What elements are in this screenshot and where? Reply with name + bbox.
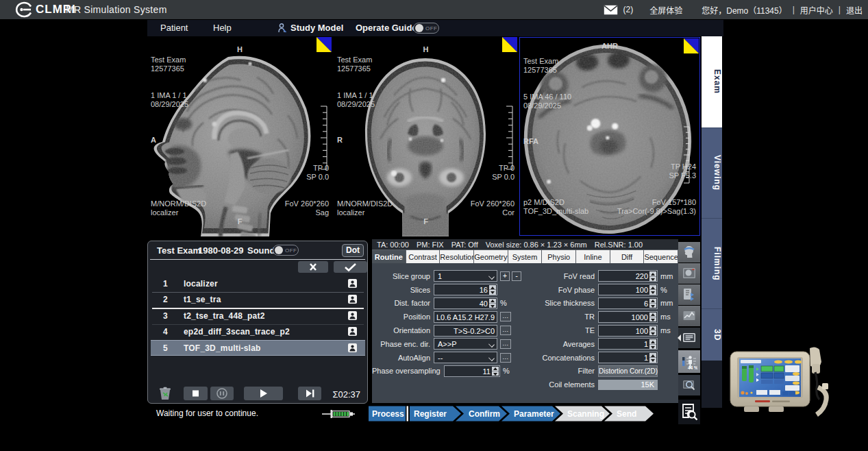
phase-enc-dir-select[interactable]: A>>P bbox=[434, 338, 497, 350]
orientation-more-button[interactable]: ... bbox=[500, 326, 511, 335]
menu-study-model[interactable]: Study Model bbox=[290, 23, 343, 33]
export-patient-button[interactable] bbox=[678, 284, 700, 305]
status-pm: PM: FIX bbox=[417, 241, 444, 249]
toggle-knob bbox=[415, 24, 423, 32]
fov-read-input[interactable]: 220 bbox=[598, 270, 658, 282]
sequence-row[interactable]: 1 localizer bbox=[151, 276, 365, 292]
add-slice-group-button[interactable]: + bbox=[500, 271, 510, 281]
spinner[interactable] bbox=[649, 326, 656, 336]
tab-diff[interactable]: Diff bbox=[610, 249, 645, 263]
tab-routine[interactable]: Routine bbox=[372, 249, 406, 263]
mail-icon[interactable] bbox=[604, 5, 618, 15]
fov-phase-input[interactable]: 100 bbox=[598, 284, 658, 295]
menu-patient[interactable]: Patient bbox=[160, 23, 188, 33]
sequence-row-selected[interactable]: 5 TOF_3D_multi-slab bbox=[151, 340, 365, 356]
pause-icon bbox=[210, 387, 234, 400]
slice-thickness-input[interactable]: 6 bbox=[598, 297, 658, 309]
te-input[interactable]: 100 bbox=[598, 325, 658, 337]
delete-icon[interactable] bbox=[158, 386, 173, 401]
menu-help[interactable]: Help bbox=[213, 23, 232, 33]
viewport-axial[interactable]: Test Exam12577365 5 IMA 46 / 11008/29/20… bbox=[519, 37, 700, 236]
viewport-info-topleft: Test Exam12577365 5 IMA 46 / 11008/29/20… bbox=[523, 39, 571, 128]
tab-exam[interactable]: Exam bbox=[702, 36, 722, 127]
viewport-coronal[interactable]: Test Exam12577365 1 IMA 1 / 108/29/2025 … bbox=[334, 36, 518, 236]
averages-input[interactable]: 1 bbox=[598, 338, 658, 350]
viewport-info-bottomright: TP 0SP 0.0 FoV 260*260Sag bbox=[285, 146, 329, 235]
sequence-row[interactable]: 2 t1_se_tra bbox=[151, 292, 365, 308]
sequence-row[interactable]: 4 ep2d_diff_3scan_trace_p2 bbox=[151, 324, 365, 340]
pause-button[interactable] bbox=[210, 387, 234, 400]
viewport-sagittal[interactable]: Test Exam12577365 1 IMA 1 / 108/29/2025 … bbox=[147, 36, 332, 236]
spinner[interactable] bbox=[649, 313, 656, 322]
tab-geometry[interactable]: Geometry bbox=[474, 249, 508, 263]
top-bar: CLMRI MR Simulation System (2) 全屏体验 您好，D… bbox=[0, 0, 868, 19]
chart-icon bbox=[682, 308, 697, 324]
play-button[interactable] bbox=[244, 387, 283, 400]
tab-label: Viewing bbox=[712, 155, 722, 191]
confirm-button[interactable] bbox=[334, 261, 367, 273]
position-input[interactable]: L0.6 A15.2 H27.9 bbox=[434, 311, 497, 323]
filter-button[interactable]: Distortion Corr.(2D) bbox=[598, 365, 658, 377]
spinner[interactable] bbox=[492, 367, 499, 376]
user-center-link[interactable]: 用户中心 bbox=[800, 4, 833, 16]
image-view-button[interactable] bbox=[678, 263, 700, 284]
sar-monitor-button[interactable]: 44 % bbox=[678, 350, 700, 373]
tab-resolution[interactable]: Resolution bbox=[440, 249, 474, 263]
operate-guide-toggle[interactable]: OFF bbox=[413, 23, 439, 34]
stop-icon bbox=[193, 391, 199, 397]
head-position-button[interactable] bbox=[678, 242, 700, 263]
remove-slice-group-button[interactable]: - bbox=[512, 271, 521, 281]
coil-elements-field[interactable]: 15K bbox=[598, 380, 658, 390]
stop-button[interactable] bbox=[184, 387, 208, 400]
spinner[interactable] bbox=[649, 353, 656, 363]
sound-toggle[interactable]: OFF bbox=[273, 245, 299, 256]
cancel-button[interactable] bbox=[298, 261, 328, 273]
spinner[interactable] bbox=[649, 339, 656, 349]
tab-inline[interactable]: Inline bbox=[576, 249, 610, 263]
fullscreen-link[interactable]: 全屏体验 bbox=[649, 4, 682, 16]
tr-input[interactable]: 1000 bbox=[598, 311, 658, 323]
report-search-button[interactable] bbox=[678, 400, 700, 424]
spinner[interactable] bbox=[489, 285, 496, 295]
operate-guide-label: Operate Guide : bbox=[356, 23, 423, 33]
image-icon bbox=[682, 266, 697, 281]
skip-icon bbox=[298, 387, 321, 400]
field-label: Phase enc. dir. bbox=[380, 340, 430, 348]
field-unit: % bbox=[503, 367, 510, 375]
spinner[interactable] bbox=[649, 285, 656, 295]
tab-physio[interactable]: Physio bbox=[542, 249, 576, 263]
orientation-input[interactable]: T>S-0.2>C0 bbox=[434, 325, 497, 337]
tab-3d[interactable]: 3D bbox=[702, 308, 722, 361]
spinner[interactable] bbox=[649, 299, 656, 308]
tab-system[interactable]: System bbox=[508, 249, 543, 263]
autoalign-more-button[interactable]: ... bbox=[500, 353, 511, 363]
slice-group-select[interactable]: 1 bbox=[434, 270, 497, 282]
phase-enc-more-button[interactable]: ... bbox=[500, 339, 511, 349]
skip-button[interactable] bbox=[298, 387, 321, 400]
mail-count[interactable]: (2) bbox=[623, 5, 634, 14]
concatenations-input[interactable]: 1 bbox=[598, 352, 658, 363]
autoalign-select[interactable]: -- bbox=[434, 352, 497, 363]
spinner[interactable] bbox=[649, 271, 656, 281]
chevron-down-icon bbox=[488, 273, 495, 280]
tab-viewing[interactable]: Viewing bbox=[702, 127, 722, 218]
position-more-button[interactable]: ... bbox=[500, 312, 511, 321]
signal-chart-button[interactable] bbox=[678, 306, 700, 326]
spinner[interactable] bbox=[489, 299, 496, 308]
sequence-row[interactable]: 3 t2_tse_tra_448_pat2 bbox=[151, 308, 365, 324]
logout-link[interactable]: 退出 bbox=[846, 4, 863, 16]
tab-filming[interactable]: Filming bbox=[702, 218, 722, 308]
phase-oversampling-input[interactable]: 11 bbox=[444, 365, 500, 377]
step-label: Register bbox=[414, 409, 447, 419]
sequence-number: 5 bbox=[163, 343, 168, 353]
field-label: Dist. factor bbox=[394, 299, 430, 307]
dist-factor-input[interactable]: 40 bbox=[434, 297, 497, 309]
exam-display-button[interactable] bbox=[678, 328, 700, 348]
tab-sequence[interactable]: Sequence bbox=[644, 249, 678, 263]
dot-button[interactable]: Dot bbox=[342, 244, 364, 257]
viewport-info-bottomright: TP H24SP F5.3 FoV 157*180Tra>Cor(-9.8)>S… bbox=[617, 145, 696, 234]
slices-input[interactable]: 16 bbox=[434, 284, 497, 295]
image-search-button[interactable] bbox=[678, 375, 700, 395]
tab-contrast[interactable]: Contrast bbox=[406, 249, 441, 263]
sequence-number: 1 bbox=[163, 279, 168, 289]
